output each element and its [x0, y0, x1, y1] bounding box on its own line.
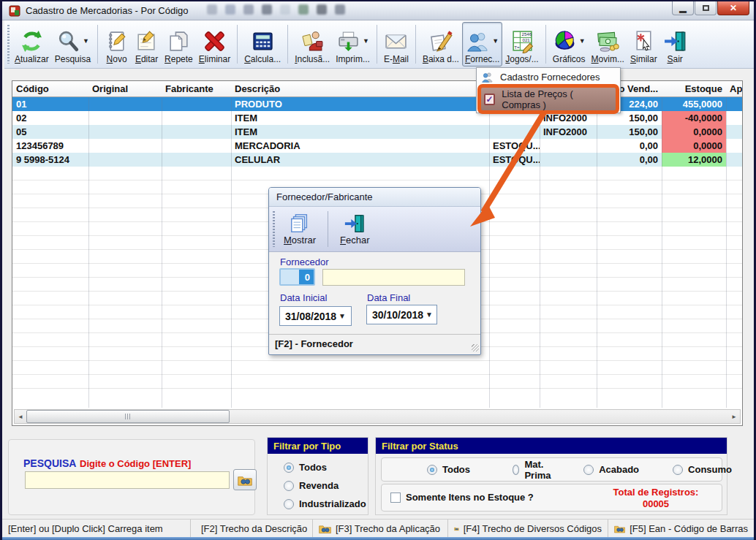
- main-toolbar: Atualizar ▼ Pesquisa Novo: [4, 20, 756, 69]
- close-button[interactable]: ✕: [717, 1, 749, 15]
- atualizar-button[interactable]: Atualizar: [12, 22, 52, 66]
- similar-button[interactable]: Similar: [627, 22, 660, 66]
- svg-text:T=: T=: [514, 44, 520, 49]
- radio-status-acabado[interactable]: Acabado: [583, 464, 639, 475]
- imprimir-button[interactable]: ▼ Imprim...: [333, 22, 373, 66]
- minimize-button[interactable]: ▬: [672, 1, 694, 15]
- novo-button[interactable]: Novo: [102, 22, 132, 66]
- title-bar: Cadastro de Mercadorias - Por Código ▬ ✕: [2, 1, 754, 20]
- checkbox-icon[interactable]: [390, 493, 401, 503]
- repete-button[interactable]: Repete: [162, 22, 196, 66]
- col-header-estoque[interactable]: Estoque: [662, 81, 726, 96]
- inclusao-button[interactable]: Inclusã...: [292, 22, 333, 66]
- menu-item-lista-precos[interactable]: Lista de Preços ( Compras ): [502, 88, 613, 110]
- col-header-aplicacao[interactable]: Ap: [726, 81, 742, 96]
- radio-status-consumo[interactable]: Consumo: [673, 464, 732, 475]
- radio-selected-icon[interactable]: [427, 465, 437, 475]
- stacked-pages-icon: [289, 213, 311, 235]
- dropdown-arrow-icon[interactable]: ▼: [83, 37, 89, 45]
- graficos-button[interactable]: ▼ Gráficos: [550, 22, 589, 66]
- codigo-search-input[interactable]: [25, 471, 230, 489]
- col-header-fabricante[interactable]: Fabricante: [162, 81, 231, 96]
- radio-icon[interactable]: [284, 481, 294, 491]
- toolbar-separator: [377, 25, 377, 64]
- scroll-right-arrow[interactable]: ►: [728, 410, 740, 423]
- search-lookup-button[interactable]: [233, 469, 257, 490]
- scroll-left-arrow[interactable]: ◄: [15, 410, 26, 423]
- data-final-select[interactable]: 30/10/2018▼: [366, 305, 437, 324]
- dropdown-arrow-icon[interactable]: ▼: [579, 37, 586, 45]
- data-inicial-select[interactable]: 31/08/2018▼: [279, 306, 352, 326]
- dialog-title-bar: Fornecedor/Fabricante: [269, 188, 480, 207]
- radio-icon[interactable]: [583, 465, 594, 475]
- table-row[interactable]: 9 5998-5124 CELULAR ESTOQU... 0,0012,000…: [12, 153, 742, 167]
- movimento-button[interactable]: Movim...: [589, 22, 627, 66]
- app-icon: [9, 5, 20, 17]
- col-header-descricao[interactable]: Descrição: [231, 81, 489, 96]
- dialog-body: Fornecedor 0 Data Inicial Data Final 31/…: [269, 252, 480, 334]
- fechar-button[interactable]: Fechar: [334, 207, 375, 251]
- fornecedor-code-field[interactable]: 0: [279, 268, 315, 286]
- delete-x-icon: [203, 29, 227, 53]
- ghost-recorder-icons: [207, 4, 345, 18]
- radio-tipo-todos[interactable]: Todos: [284, 462, 327, 473]
- refresh-icon: [20, 29, 44, 53]
- radio-selected-icon[interactable]: [284, 463, 294, 473]
- jogos-button[interactable]: 2546 021 T= Jogos/...: [502, 22, 541, 66]
- pesquisa-label: PESQUISA: [23, 457, 76, 469]
- dialog-status-bar: [F2] - Fornecedor: [269, 334, 480, 353]
- somente-estoque-checkbox[interactable]: Somente Itens no Estoque ?: [390, 492, 534, 503]
- people-icon: [481, 71, 494, 83]
- status-section-f5[interactable]: [F5] Ean - Código de Barras: [608, 520, 754, 537]
- table-row[interactable]: 02 ITEM INFO2000 150,00-40,0000: [12, 111, 742, 125]
- filter-status-header: Filtrar por Status: [376, 438, 727, 454]
- similar-page-icon: [632, 29, 656, 53]
- pesquisa-button[interactable]: ▼ Pesquisa: [52, 22, 94, 66]
- exit-door-icon: [344, 213, 366, 235]
- estoque-positive-cell: 12,0000: [662, 153, 726, 167]
- dropdown-arrow-icon[interactable]: ▼: [363, 37, 369, 45]
- radio-icon[interactable]: [513, 465, 519, 475]
- radio-status-todos[interactable]: Todos: [427, 464, 470, 475]
- write-down-icon: [428, 29, 453, 53]
- window-bottom-border: [2, 537, 754, 540]
- radio-tipo-revenda[interactable]: Revenda: [284, 480, 339, 491]
- status-section-f2[interactable]: [F2] Trecho da Descrição: [191, 520, 313, 537]
- calcula-button[interactable]: Calcula...: [241, 22, 284, 66]
- table-row[interactable]: 05 ITEM INFO2000 150,000,0000: [12, 125, 742, 139]
- maximize-button[interactable]: [695, 1, 717, 15]
- scrollbar-thumb[interactable]: [26, 410, 230, 423]
- fornecedores-button[interactable]: ▼ Fornec...: [462, 22, 502, 66]
- total-registros-label: Total de Registros:: [597, 487, 714, 498]
- dropdown-arrow-icon[interactable]: ▼: [492, 37, 499, 45]
- col-header-original[interactable]: Original: [88, 81, 162, 96]
- status-section-f3[interactable]: [F3] Trecho da Aplicação: [313, 520, 448, 537]
- mostrar-button[interactable]: Mostrar: [278, 207, 322, 251]
- total-registros: Total de Registros: 00005: [597, 487, 714, 510]
- editar-button[interactable]: Editar: [132, 22, 162, 66]
- eliminar-button[interactable]: Eliminar: [196, 22, 233, 66]
- people-icon: [466, 29, 490, 53]
- radio-status-mat-prima[interactable]: Mat. Prima: [513, 459, 554, 481]
- table-header-row: Código Original Fabricante Descrição ço …: [12, 81, 742, 97]
- baixa-button[interactable]: Baixa d...: [420, 22, 462, 66]
- new-note-icon: [105, 29, 129, 53]
- table-row[interactable]: 123456789 MERCADORIA ESTOQU... 0,000,000…: [12, 139, 742, 153]
- table-row-selected[interactable]: 01 PRODUTO 224,00455,0000: [12, 97, 742, 111]
- col-header-codigo[interactable]: Código: [12, 81, 88, 96]
- toolbar-separator: [328, 211, 328, 247]
- dialog-toolbar: Mostrar Fechar: [269, 207, 480, 252]
- calculator-icon: [251, 29, 275, 53]
- sair-button[interactable]: Sair: [660, 22, 690, 66]
- printer-icon: [336, 29, 360, 53]
- radio-icon[interactable]: [284, 499, 294, 509]
- horizontal-scrollbar[interactable]: ◄ ►: [14, 409, 741, 424]
- status-section-f4[interactable]: [F4] Trecho de Diversos Códigos: [448, 520, 608, 537]
- fornecedor-name-input[interactable]: [322, 269, 465, 286]
- radio-tipo-industrializado[interactable]: Industrializado: [284, 498, 366, 509]
- radio-icon[interactable]: [673, 465, 683, 475]
- scrollbar-track[interactable]: [230, 410, 728, 423]
- data-final-label: Data Final: [367, 292, 410, 303]
- email-button[interactable]: E-Mail: [381, 22, 412, 66]
- toolbar-separator: [545, 25, 546, 64]
